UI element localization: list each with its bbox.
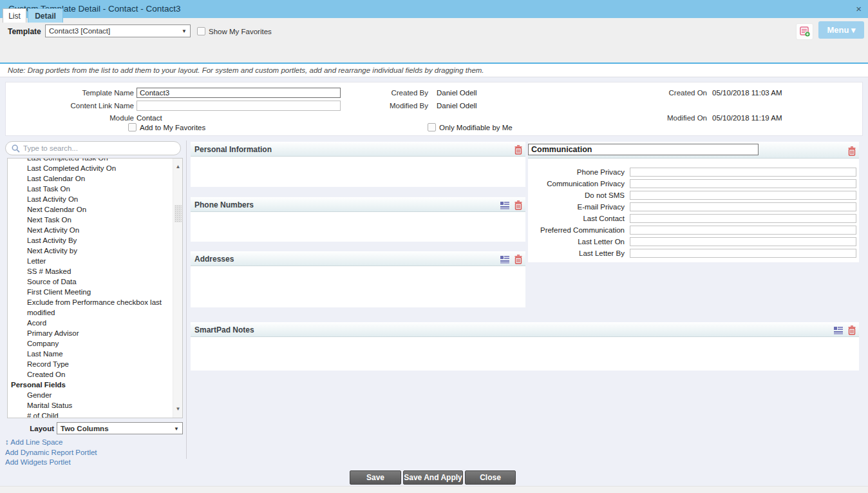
list-item[interactable]: Source of Data [8,276,173,287]
modified-by-value: Daniel Odell [437,102,477,110]
sidebar-link[interactable]: Add Widgets Portlet [5,458,97,468]
smartpad-notes-header[interactable]: SmartPad Notes [191,322,859,337]
search-input[interactable] [23,142,175,154]
list-item[interactable]: Last Calendar On [8,173,173,184]
list-item[interactable]: Next Calendar On [8,204,173,215]
modified-on-label: Modified On [643,114,707,122]
field-input[interactable] [630,168,856,177]
list-item-label: Last Activity On [27,195,78,203]
module-label: Module [6,114,134,122]
sidebar-divider [186,140,187,459]
list-item-label: SS # Masked [27,267,71,275]
addresses-header[interactable]: Addresses [191,251,525,266]
list-item[interactable]: SS # Masked [8,266,173,276]
list-item[interactable]: Last Activity On [8,194,173,204]
delete-portlet-icon[interactable] [514,145,522,156]
template-name-input[interactable] [137,88,341,98]
tab-detail[interactable]: Detail [28,8,63,23]
add-to-my-favorites-checkbox[interactable] [128,123,137,131]
sidebar-link[interactable]: Add Dynamic Report Portlet [5,448,97,458]
add-to-my-favorites-label: Add to My Favorites [140,124,205,131]
list-item[interactable]: Primary Advisor [8,328,173,338]
communication-field-row: Do not SMS [528,190,859,202]
list-item[interactable]: Last Completed Activity On [8,163,173,173]
field-input[interactable] [630,237,856,246]
list-item[interactable]: Gender [8,390,173,400]
close-button[interactable]: Close [465,470,516,485]
addresses-body[interactable] [191,266,525,307]
save-button[interactable]: Save [350,470,401,485]
field-label: Last Letter On [528,238,625,246]
phone-numbers-body[interactable] [191,212,525,242]
list-item[interactable]: Marital Status [8,400,173,411]
list-item[interactable]: Acord [8,318,173,328]
list-item[interactable]: Created On [8,369,173,380]
smartpad-notes-body[interactable] [191,337,859,371]
communication-panel: Phone Privacy Communication Privacy Do n… [528,142,859,262]
delete-portlet-icon[interactable] [848,325,856,336]
communication-header[interactable] [528,142,859,159]
chevron-down-icon: ▼ [174,425,179,431]
communication-field-row: Phone Privacy [528,167,859,179]
communication-title-input[interactable] [528,144,759,155]
modified-on-value: 05/10/2018 11:19 AM [712,114,782,122]
list-item[interactable]: # of Child [8,411,173,418]
template-label: Template [8,27,41,36]
scrollbar-thumb[interactable] [175,205,182,222]
field-list-scrollbar[interactable]: ▲ ▼ [173,159,182,418]
list-item[interactable]: Next Task On [8,215,173,225]
list-item[interactable]: Record Type [8,359,173,369]
list-item[interactable]: Letter [8,256,173,266]
save-and-apply-button[interactable]: Save And Apply [403,470,463,485]
personal-information-header[interactable]: Personal Information [191,142,525,157]
personal-information-panel: Personal Information [191,142,525,187]
field-input[interactable] [630,202,856,211]
delete-portlet-icon[interactable] [848,146,856,157]
field-label: Phone Privacy [528,168,625,176]
layout-dropdown[interactable]: Two Columns ▼ [57,422,183,434]
panel-title: Addresses [194,252,234,266]
show-my-favorites-checkbox[interactable] [197,27,205,35]
list-item[interactable]: Last Name [8,349,173,359]
list-item-label: Record Type [27,360,69,368]
tab-list[interactable]: List [3,8,26,23]
field-input[interactable] [630,249,856,258]
scroll-up-icon[interactable]: ▲ [173,162,183,171]
add-template-button[interactable] [796,23,813,40]
list-item[interactable]: First Client Meeting [8,287,173,297]
list-item[interactable]: Next Activity by [8,246,173,256]
list-settings-icon[interactable] [500,201,509,211]
content-link-name-input[interactable] [137,101,341,111]
list-item[interactable]: Company [8,338,173,349]
delete-portlet-icon[interactable] [514,255,522,266]
field-input[interactable] [630,226,856,235]
list-item-label: Next Calendar On [27,206,86,213]
menu-button[interactable]: Menu ▾ [818,21,864,39]
phone-numbers-header[interactable]: Phone Numbers [191,197,525,212]
list-item-label: Next Activity On [27,226,79,234]
sidebar-links: ↕ Add Line Space Add Dynamic Report Port… [5,438,97,468]
sidebar-link[interactable]: ↕ Add Line Space [5,438,97,448]
list-item[interactable]: Next Activity On [8,225,173,235]
only-modifiable-checkbox[interactable] [428,123,436,131]
scroll-down-icon[interactable]: ▼ [173,405,183,414]
list-item[interactable]: Last Completed Task On [8,159,173,163]
list-settings-icon[interactable] [834,326,843,336]
list-item[interactable]: Last Activity By [8,235,173,246]
personal-information-body[interactable] [191,157,525,187]
list-item[interactable]: Exclude from Performance checkbox last m… [8,297,173,318]
layout-dropdown-value: Two Columns [61,425,109,432]
field-input[interactable] [630,214,856,223]
list-settings-icon[interactable] [500,255,509,265]
delete-portlet-icon[interactable] [514,200,522,211]
panel-title: Personal Information [194,142,272,157]
list-item[interactable]: Personal Fields [8,380,173,390]
field-input[interactable] [630,191,856,200]
close-icon[interactable]: × [856,0,862,18]
template-dropdown[interactable]: Contact3 [Contact] ▼ [45,24,191,37]
list-item[interactable]: Last Task On [8,184,173,194]
list-item-label: Source of Data [27,278,77,285]
module-value: Contact [137,114,162,122]
bottom-edge [0,486,868,493]
field-input[interactable] [630,179,856,188]
